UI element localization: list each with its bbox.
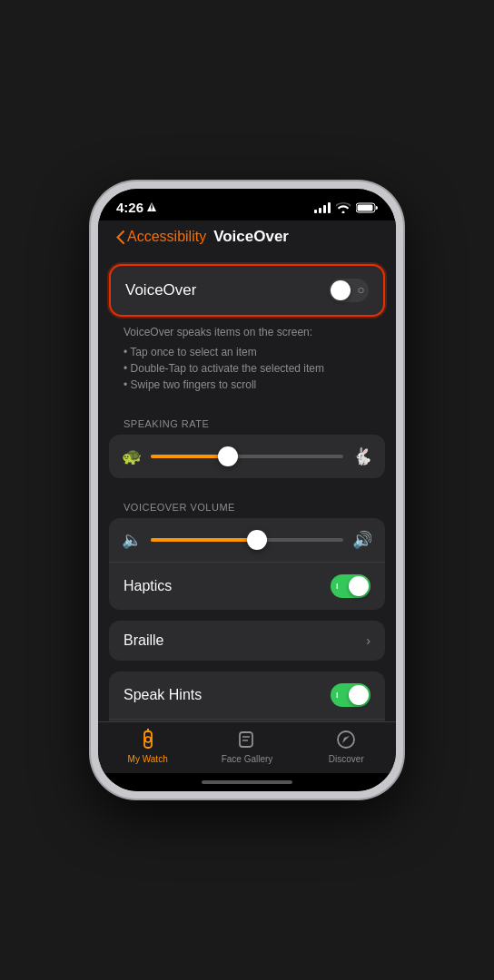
volume-slider-track [151,538,343,542]
battery-icon [356,202,378,213]
speaking-rate-slider-row: 🐢 🐇 [109,435,385,478]
status-time: 4:26 [116,200,156,215]
braille-row[interactable]: Braille › [109,621,385,661]
bullet-1: Tap once to select an item [124,344,370,360]
back-label: Accessibility [127,229,206,245]
speak-hints-on-text: I [336,691,339,700]
volume-high-icon: 🔊 [352,530,372,550]
voiceover-toggle[interactable]: O [329,279,369,302]
slider-knob[interactable] [218,446,238,466]
phone-frame: 4:26 [91,181,403,799]
home-bar [202,780,292,784]
face-gallery-icon [235,728,259,751]
discover-icon [334,728,358,751]
volume-group: 🔈 🔊 Haptics I [109,518,385,610]
speak-hints-row[interactable]: Speak Hints I [109,671,385,720]
wifi-icon [336,202,351,213]
speaking-rate-header: SPEAKING RATE [98,406,396,435]
haptics-label: Haptics [124,578,172,594]
volume-slider[interactable] [151,529,343,551]
face-gallery-label: Face Gallery [222,754,273,764]
page-title: VoiceOver [213,228,289,246]
my-watch-icon [136,728,160,751]
description-title: VoiceOver speaks items on the screen: [124,324,370,340]
voiceover-description: VoiceOver speaks items on the screen: Ta… [98,317,396,406]
misc-settings-group: Speak Hints I Digital Crown Navigation O [109,671,385,721]
toggle-off-text: O [358,286,364,295]
notch [202,189,292,212]
tab-face-gallery[interactable]: Face Gallery [215,728,279,764]
bullet-3: Swipe two fingers to scroll [124,377,370,393]
braille-label: Braille [124,632,163,649]
voiceover-volume-header: VOICEOVER VOLUME [98,489,396,518]
volume-slider-row: 🔈 🔊 [109,518,385,563]
speak-hints-toggle[interactable]: I [331,683,370,707]
tab-my-watch[interactable]: My Watch [116,728,180,764]
svg-point-3 [145,737,151,742]
volume-slider-fill [151,538,257,542]
volume-slider-knob[interactable] [247,530,267,550]
speak-hints-knob [349,685,369,705]
home-indicator [98,773,396,791]
slider-track [151,455,343,458]
braille-right: › [366,633,370,648]
svg-rect-1 [358,204,373,211]
voiceover-toggle-row[interactable]: VoiceOver O [109,264,385,317]
haptics-toggle[interactable]: I [331,574,370,598]
fast-turtle-icon: 🐇 [352,446,372,466]
nav-header: Accessibility VoiceOver [98,220,396,255]
toggle-knob [331,280,351,300]
status-icons [314,202,378,213]
braille-group: Braille › [109,621,385,661]
bullet-2: Double-Tap to activate the selected item [124,360,370,377]
svg-rect-5 [240,732,252,747]
phone-screen: 4:26 [98,189,396,791]
discover-label: Discover [329,754,364,764]
svg-marker-9 [342,736,350,743]
slider-fill [151,455,228,458]
haptics-row[interactable]: Haptics I [109,563,385,610]
tab-discover[interactable]: Discover [314,728,378,764]
my-watch-label: My Watch [128,754,168,764]
haptics-on-text: I [336,582,339,591]
speaking-rate-slider[interactable] [151,446,343,467]
voiceover-label: VoiceOver [125,281,196,299]
slow-turtle-icon: 🐢 [122,446,142,466]
content-area: VoiceOver O VoiceOver speaks items on th… [98,255,396,721]
tab-bar: My Watch Face Gallery [98,721,396,773]
chevron-icon: › [366,633,370,648]
signal-icon [314,202,331,213]
volume-low-icon: 🔈 [122,530,142,550]
location-icon [147,202,156,213]
haptics-toggle-knob [349,576,369,596]
speak-hints-label: Speak Hints [124,687,202,703]
back-button[interactable]: Accessibility [116,229,206,245]
